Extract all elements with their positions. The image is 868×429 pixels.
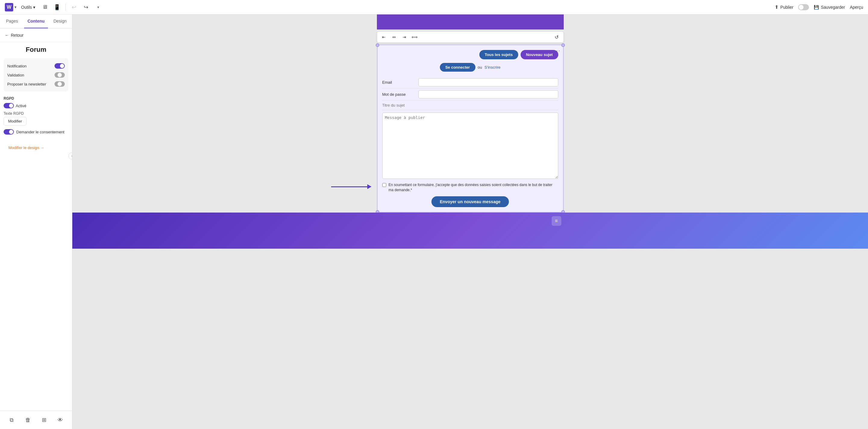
outils-menu[interactable]: Outils ▾ xyxy=(19,4,38,11)
se-connecter-button[interactable]: Se connecter xyxy=(440,63,475,72)
topbar: W ▾ Outils ▾ 🖥 📱 ↩ ↪ ▾ ⬆ Publier 💾 Sauve… xyxy=(0,0,868,14)
active-badge: Activé xyxy=(4,102,68,109)
topbar-right: ⬆ Publier 💾 Sauvegarder Aperçu xyxy=(775,4,863,10)
notification-knob xyxy=(60,64,64,68)
divider xyxy=(65,4,66,11)
publish-label: Publier xyxy=(780,5,794,10)
outils-chevron: ▾ xyxy=(33,5,35,10)
demander-knob xyxy=(9,130,13,134)
demander-label: Demander le consentement xyxy=(16,130,64,134)
ou-label: ou xyxy=(478,65,482,70)
preview-button[interactable]: Aperçu xyxy=(850,5,863,10)
undo-button[interactable]: ↩ xyxy=(69,2,79,12)
save-icon: 💾 xyxy=(814,5,819,10)
eye-icon[interactable]: 👁 xyxy=(55,415,66,425)
submit-button[interactable]: Envoyer un nouveau message xyxy=(431,196,509,207)
tous-les-sujets-button[interactable]: Tous les sujets xyxy=(479,50,518,59)
reset-icon[interactable]: ↺ xyxy=(553,33,561,41)
back-button[interactable]: ← Retour xyxy=(0,29,72,42)
validation-label: Validation xyxy=(7,73,24,77)
publish-toggle[interactable] xyxy=(798,4,809,10)
tab-design[interactable]: Design xyxy=(48,14,72,28)
texte-rgpd-label: Texte RGPD xyxy=(4,109,68,117)
sidebar-bottom: ⧉ 🗑 ⊞ 👁 xyxy=(0,410,72,429)
redo-button[interactable]: ↪ xyxy=(81,2,91,12)
rgpd-row: En soumettant ce formulaire, j'accepte q… xyxy=(382,183,558,193)
notification-card: Notification Validation Proposer la news… xyxy=(4,58,68,92)
forum-title: Forum xyxy=(0,42,72,58)
tab-contenu[interactable]: Contenu xyxy=(24,14,48,28)
topbar-icons: 🖥 📱 xyxy=(40,2,62,12)
back-label: Retour xyxy=(11,33,24,38)
top-banner xyxy=(377,14,564,30)
arrow-annotation xyxy=(331,184,371,189)
canvas-column: ⇤ ⇔ ⇥ ⟺ ↺ ··· xyxy=(377,14,564,212)
duplicate-icon[interactable]: ⧉ xyxy=(6,415,17,425)
password-row: Mot de passe xyxy=(382,89,558,101)
align-left-icon[interactable]: ⇤ xyxy=(380,33,388,41)
desktop-icon[interactable]: 🖥 xyxy=(40,2,50,12)
notification-toggle[interactable] xyxy=(55,63,65,69)
forum-login-row: Se connecter ou S'inscrire xyxy=(382,63,558,72)
forum-action-buttons: Tous les sujets Nouveau sujet xyxy=(382,50,558,59)
layers-icon[interactable]: ⊞ xyxy=(38,415,50,425)
message-textarea[interactable] xyxy=(382,112,558,179)
canvas-footer: ≡ xyxy=(72,212,868,249)
password-label: Mot de passe xyxy=(382,92,418,97)
active-toggle[interactable] xyxy=(4,103,14,108)
password-input[interactable] xyxy=(418,90,558,98)
forum-widget: ··· Tous les sujets Nouveau sujet Se con… xyxy=(377,44,564,212)
email-input[interactable] xyxy=(418,78,558,87)
publish-button[interactable]: ⬆ Publier xyxy=(775,4,794,10)
rgpd-checkbox[interactable] xyxy=(382,183,386,187)
newsletter-label: Proposer la newsletter xyxy=(7,82,46,87)
save-button[interactable]: 💾 Sauvegarder xyxy=(814,5,845,10)
arrow-head xyxy=(367,184,371,189)
modifier-button[interactable]: Modifier xyxy=(4,117,27,126)
newsletter-toggle[interactable] xyxy=(55,81,65,87)
active-label: Activé xyxy=(16,104,26,108)
rgpd-text: En soumettant ce formulaire, j'accepte q… xyxy=(389,183,558,193)
logo[interactable]: W ▾ xyxy=(5,3,16,11)
settings-section: Notification Validation Proposer la news… xyxy=(0,58,72,156)
resize-corner-tl[interactable] xyxy=(376,43,379,47)
widget-more-icon[interactable]: ··· xyxy=(554,47,560,54)
align-center-icon[interactable]: ⇔ xyxy=(390,33,398,41)
notification-label: Notification xyxy=(7,64,27,68)
forum-form: Email Mot de passe xyxy=(382,76,558,179)
newsletter-row: Proposer la newsletter xyxy=(7,79,65,89)
footer-align-icon[interactable]: ≡ xyxy=(552,216,561,226)
element-toolbar: ⇤ ⇔ ⇥ ⟺ ↺ xyxy=(377,31,564,43)
preview-label: Aperçu xyxy=(850,5,863,10)
rgpd-section-label: RGPD xyxy=(4,94,68,102)
canvas-center: ⇤ ⇔ ⇥ ⟺ ↺ ··· xyxy=(72,14,868,212)
newsletter-knob xyxy=(58,82,62,86)
delete-icon[interactable]: 🗑 xyxy=(23,415,33,425)
demander-row: Demander le consentement xyxy=(4,128,68,136)
canvas-wrapper: ⇤ ⇔ ⇥ ⟺ ↺ ··· xyxy=(72,14,868,429)
active-knob xyxy=(9,104,13,108)
resize-corner-tr[interactable] xyxy=(561,43,565,47)
sinscrire-link[interactable]: S'inscrire xyxy=(485,65,500,70)
validation-toggle[interactable] xyxy=(55,72,65,78)
collapse-sidebar-button[interactable]: ‹ xyxy=(68,152,72,160)
logo-chevron[interactable]: ▾ xyxy=(14,5,16,9)
publish-toggle-knob xyxy=(799,5,804,10)
email-label: Email xyxy=(382,80,418,85)
sujet-input[interactable] xyxy=(382,101,558,110)
nouveau-sujet-button[interactable]: Nouveau sujet xyxy=(521,50,558,59)
toolbar-align-icons: ⇤ ⇔ ⇥ ⟺ xyxy=(380,33,419,41)
demander-toggle[interactable] xyxy=(4,129,14,135)
validation-knob xyxy=(58,73,62,77)
history-more-button[interactable]: ▾ xyxy=(93,2,103,12)
tab-pages[interactable]: Pages xyxy=(0,14,24,28)
topbar-left: W ▾ Outils ▾ 🖥 📱 ↩ ↪ ▾ xyxy=(5,2,103,12)
modifier-design-link[interactable]: Modifier le design → xyxy=(4,143,68,152)
align-right-icon[interactable]: ⇥ xyxy=(400,33,408,41)
arrow-line xyxy=(331,186,367,187)
mobile-icon[interactable]: 📱 xyxy=(52,2,62,12)
notification-row: Notification xyxy=(7,61,65,70)
align-stretch-icon[interactable]: ⟺ xyxy=(410,33,419,41)
outils-label: Outils xyxy=(21,5,32,10)
back-arrow-icon: ← xyxy=(5,33,9,38)
